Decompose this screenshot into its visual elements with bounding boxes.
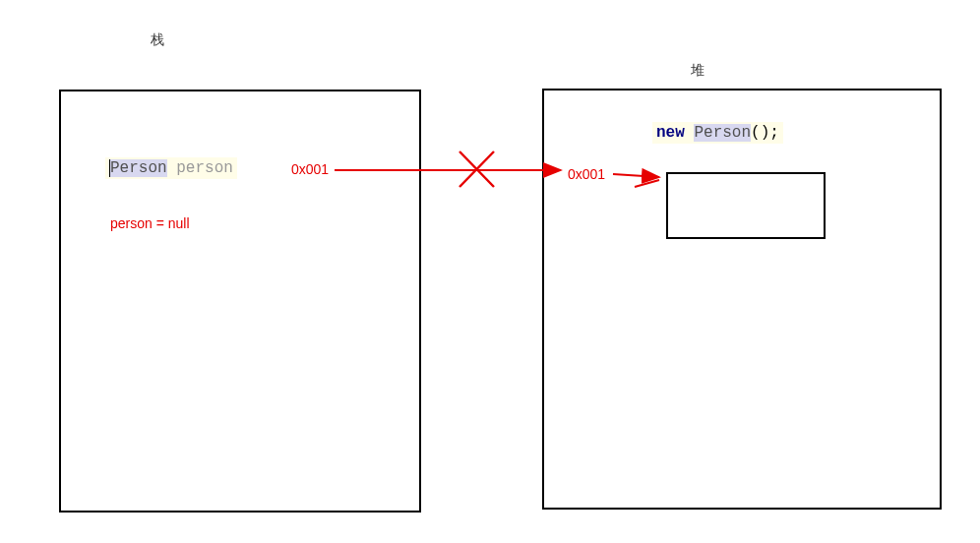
x-mark-line-2: [459, 151, 494, 187]
heap-code: new Person();: [652, 122, 783, 144]
null-assignment: person = null: [110, 215, 190, 231]
stack-code-type: Person: [110, 159, 167, 177]
heap-box: [542, 89, 942, 510]
heap-code-type: Person: [694, 124, 751, 142]
heap-address: 0x001: [568, 166, 605, 182]
heap-code-suffix: ();: [751, 124, 779, 142]
stack-address: 0x001: [291, 161, 329, 177]
heap-label: 堆: [691, 62, 704, 80]
stack-code-var: person: [176, 159, 233, 177]
stack-code: Person person: [105, 157, 237, 179]
heap-object-box: [666, 172, 826, 239]
heap-code-keyword: new: [656, 124, 685, 142]
stack-box: [59, 90, 421, 513]
stack-label: 栈: [151, 31, 164, 49]
x-mark-line-1: [459, 151, 494, 187]
